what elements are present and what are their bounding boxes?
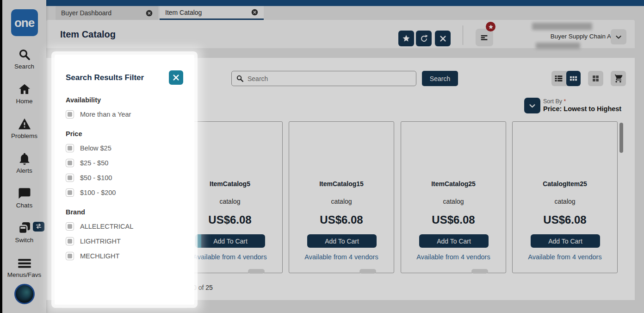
sort-by-label: Sort By * (543, 98, 566, 105)
tab-label: Buyer Dashboard (61, 9, 146, 17)
checkbox[interactable] (66, 237, 74, 245)
sidebar-item-label: Menus/Favs (2, 271, 46, 278)
vendors-link[interactable]: Available from 4 vendors (289, 253, 394, 261)
warning-icon (18, 117, 31, 131)
search-button[interactable]: Search (422, 71, 458, 86)
vendors-link[interactable]: Available from 4 vendors (513, 253, 617, 261)
card-scroll-pill (471, 269, 488, 274)
required-asterisk: * (564, 98, 566, 105)
sort-by-value: Price: Lowest to Highest (543, 105, 621, 113)
sidebar-item-problems[interactable]: Problems (2, 117, 46, 139)
sidebar-item-switch[interactable]: Switch (2, 220, 46, 244)
add-to-cart-button[interactable]: Add To Cart (419, 234, 489, 248)
add-to-cart-button[interactable]: Add To Cart (196, 234, 265, 248)
card-scroll-pill (359, 269, 376, 274)
checkbox-fill (68, 254, 72, 258)
checkbox[interactable] (66, 174, 74, 182)
add-to-cart-button[interactable]: Add To Cart (307, 234, 377, 248)
filter-option-allelectrical[interactable]: ALLELECTRICAL (66, 222, 183, 231)
header-divider (463, 25, 463, 45)
filter-option-100-200[interactable]: $100 - $200 (66, 188, 183, 197)
checkbox[interactable] (66, 222, 74, 231)
sidebar-item-label: Search (2, 63, 46, 70)
filter-option-below-25[interactable]: Below $25 (66, 144, 183, 152)
sidebar-item-home[interactable]: Home (2, 82, 46, 105)
tile-view-button[interactable] (588, 71, 603, 86)
filter-panel-title: Search Results Filter (66, 73, 144, 82)
refresh-button[interactable] (416, 31, 432, 46)
list-lines-icon (479, 32, 489, 43)
checkbox-fill (68, 239, 72, 244)
checkbox[interactable] (66, 110, 74, 119)
product-category: catalog (401, 198, 506, 205)
sidebar-item-search[interactable]: Search (2, 48, 46, 70)
product-price: US$6.08 (513, 213, 617, 226)
card-scroll-pill (248, 269, 265, 274)
user-name-redacted (532, 23, 592, 30)
search-field-wrap (231, 71, 416, 86)
sidebar-item-label: Switch (2, 237, 46, 244)
favorite-button[interactable] (398, 31, 414, 46)
product-price: US$6.08 (289, 213, 394, 226)
close-icon (173, 74, 180, 81)
user-avatar[interactable] (14, 284, 35, 304)
tab-item-catalog[interactable]: Item Catalog (160, 6, 264, 20)
tab-close-icon[interactable] (251, 9, 258, 16)
filter-option-more-than-a-year[interactable]: More than a Year (66, 110, 183, 119)
sidebar-item-menus-favs[interactable]: Menus/Favs (2, 256, 46, 278)
search-input[interactable] (231, 71, 416, 86)
user-menu-chevron-button[interactable] (611, 29, 626, 44)
filter-option-mechlight[interactable]: MECHLIGHT (66, 252, 183, 260)
filter-section-heading: Price (66, 130, 183, 138)
filter-option-25-50[interactable]: $25 - $50 (66, 159, 183, 167)
sort-dropdown-button[interactable] (524, 98, 540, 113)
checkbox-fill (68, 224, 72, 229)
checkbox[interactable] (66, 252, 74, 260)
page-header: Item Catalog Buyer Supply Chain Admin (46, 20, 635, 48)
sidebar-item-label: Chats (2, 202, 46, 209)
user-org-redacted (536, 43, 580, 49)
page-title: Item Catalog (60, 29, 116, 40)
filter-option-50-100[interactable]: $50 - $100 (66, 174, 183, 182)
checkbox[interactable] (66, 159, 74, 167)
product-card: ItemCatalog25 catalog US$6.08 Add To Car… (401, 121, 506, 273)
filter-option-lightright[interactable]: LIGHTRIGHT (66, 237, 183, 245)
star-icon (488, 24, 494, 30)
switch-badge[interactable] (33, 222, 44, 232)
close-screen-button[interactable] (435, 31, 451, 46)
vertical-scrollbar-thumb[interactable] (619, 123, 623, 153)
sidebar-item-alerts[interactable]: Alerts (2, 152, 46, 174)
tab-close-icon[interactable] (146, 10, 153, 17)
bell-icon (18, 152, 31, 166)
app-window: one Search Home Problems Alerts Chats (0, 0, 644, 313)
sidebar-item-label: Home (2, 98, 46, 105)
checkbox[interactable] (66, 188, 74, 197)
product-card: CatalogItem25 catalog US$6.08 Add To Car… (512, 121, 618, 273)
checkbox-fill (68, 175, 72, 180)
one-network-logo[interactable]: one (11, 9, 38, 36)
vendors-link[interactable]: Available from 4 vendors (401, 253, 506, 261)
checkbox[interactable] (66, 144, 74, 152)
top-navy-strip (46, 0, 644, 6)
star-icon (402, 34, 410, 43)
switch-windows-icon (17, 220, 32, 235)
grid-view-button[interactable] (566, 71, 581, 86)
list-view-button[interactable] (551, 71, 566, 86)
checkbox-fill (68, 112, 72, 117)
hamburger-menu-icon (17, 256, 32, 270)
checkbox-fill (68, 146, 72, 150)
tab-buyer-dashboard[interactable]: Buyer Dashboard (56, 6, 158, 20)
product-name: ItemCatalog15 (289, 180, 394, 188)
product-name: ItemCatalog25 (401, 180, 506, 188)
add-to-cart-button[interactable]: Add To Cart (531, 234, 600, 248)
focus-accent (195, 234, 201, 248)
cart-button[interactable] (611, 71, 626, 86)
chat-bubble-icon (18, 187, 31, 200)
user-role: Buyer Supply Chain Admin (531, 33, 644, 40)
tiles-icon (591, 74, 600, 83)
chevron-down-icon (528, 102, 536, 110)
checkbox-fill (68, 161, 72, 165)
sidebar-item-chats[interactable]: Chats (2, 187, 46, 209)
product-category: catalog (513, 198, 617, 205)
filter-panel-close-button[interactable] (169, 70, 183, 85)
